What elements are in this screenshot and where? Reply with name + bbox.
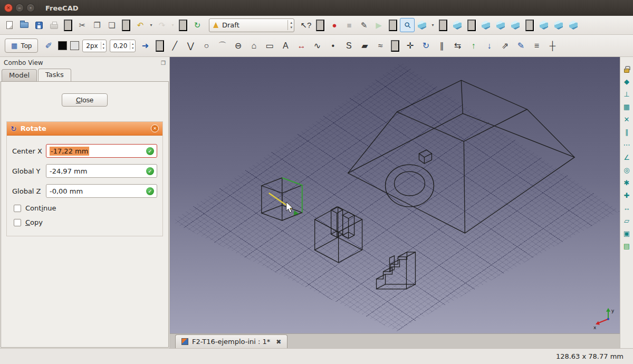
spin-up-icon: ▴ (290, 21, 292, 25)
global-z-input[interactable]: -0,00 mm ✓ (46, 184, 157, 198)
view-isometric-button[interactable] (450, 18, 465, 32)
tab-tasks[interactable]: Tasks (38, 69, 71, 81)
toolbar-separator (439, 20, 447, 31)
draw-style-button[interactable] (415, 18, 429, 32)
toggle-grid-button[interactable]: ▤ (621, 241, 632, 252)
spin-down-icon: ▾ (103, 46, 104, 50)
undo-button[interactable]: ↶ (133, 18, 148, 32)
float-panel-icon[interactable]: ❐ (161, 60, 166, 66)
toolbar-separator (389, 20, 397, 31)
snap-perpendicular-button[interactable]: ⊥ (621, 89, 632, 100)
paste-button[interactable]: ❏ (104, 18, 119, 32)
view-right-button[interactable] (508, 18, 523, 32)
snap-near-button[interactable]: ✚ (621, 190, 632, 201)
snap-center-button[interactable]: ◎ (621, 165, 632, 176)
draft-bspline-button[interactable]: ∿ (309, 38, 325, 53)
draft-apply-style-button[interactable]: ┼ (544, 38, 560, 53)
workbench-selector[interactable]: Draft ▴ ▾ (209, 18, 294, 32)
tab-model[interactable]: Model (2, 69, 37, 81)
save-button[interactable] (32, 18, 46, 32)
snap-grid-button[interactable]: ▦ (621, 101, 632, 112)
macro-play-button[interactable]: ▶ (371, 18, 386, 32)
document-tab[interactable]: F2-T16-ejemplo-ini : 1* ✖ (175, 334, 287, 348)
draft-arc-button[interactable]: ⌒ (214, 38, 230, 53)
construction-mode-button[interactable]: ✐ (41, 38, 56, 53)
snap-angle-button[interactable]: ∠ (621, 152, 632, 163)
macro-stop-button[interactable]: ■ (342, 18, 357, 32)
draw-style-dropdown[interactable]: ▾ (429, 18, 436, 32)
draft-trimex-button[interactable]: ⇆ (449, 38, 465, 53)
toolbar-separator (467, 20, 476, 31)
snap-extension-button[interactable]: ⋯ (621, 139, 632, 150)
undo-dropdown[interactable]: ▾ (148, 18, 155, 32)
snap-lock-button[interactable] (621, 63, 632, 74)
new-document-button[interactable] (2, 18, 17, 32)
draft-ellipse-button[interactable]: ⊖ (230, 38, 246, 53)
redo-dropdown[interactable]: ▾ (169, 18, 176, 32)
autogroup-button[interactable]: ➜ (137, 38, 153, 53)
view-rear-button[interactable] (536, 18, 551, 32)
draft-offset-button[interactable]: ∥ (434, 38, 449, 53)
print-button[interactable] (46, 18, 61, 32)
snap-intersection-button[interactable]: ✕ (621, 114, 632, 125)
checkbox-box[interactable] (14, 219, 21, 226)
draft-upgrade-button[interactable]: ↑ (465, 38, 481, 53)
face-color-swatch[interactable] (70, 41, 79, 50)
collapse-task-button[interactable]: ✕ (151, 124, 159, 132)
redo-button[interactable]: ↷ (155, 18, 169, 32)
macro-edit-button[interactable]: ✎ (357, 18, 371, 32)
draft-point-button[interactable]: • (325, 38, 341, 53)
scale-spinbox[interactable]: 0,20 ▴ ▾ (110, 40, 136, 52)
draft-shapestring-button[interactable]: S (341, 38, 357, 53)
3d-viewport[interactable]: y x (170, 57, 620, 333)
view-bottom-button[interactable] (551, 18, 566, 32)
draft-facebinder-button[interactable]: ▰ (357, 38, 372, 53)
minimize-window-button[interactable]: − (15, 4, 24, 12)
checkbox-box[interactable] (14, 205, 21, 212)
center-x-input[interactable]: -17,22 mm ✓ (46, 144, 157, 158)
zoom-region-button[interactable]: ⚲ (400, 18, 415, 32)
line-color-swatch[interactable] (58, 41, 67, 50)
copy-checkbox[interactable]: Copy (14, 218, 157, 226)
maximize-window-button[interactable]: ▫ (26, 4, 35, 12)
view-left-button[interactable] (566, 18, 581, 32)
workbench-spinner[interactable]: ▴ ▾ (287, 20, 292, 30)
draft-move-button[interactable]: ✛ (402, 38, 418, 53)
snap-endpoint-button[interactable]: ◆ (621, 76, 632, 87)
snap-parallel-button[interactable]: ∥ (621, 127, 632, 138)
draft-bezier-button[interactable]: ≈ (372, 38, 388, 53)
draft-edit-button[interactable]: ✎ (513, 38, 529, 53)
draft-dimension-button[interactable]: ↔ (293, 38, 309, 53)
view-front-button[interactable] (478, 18, 493, 32)
draft-polygon-button[interactable]: ⌂ (246, 38, 262, 53)
draft-wp-proxy-button[interactable]: ≡ (529, 38, 544, 53)
draft-rotate-button[interactable]: ↻ (418, 38, 434, 53)
copy-button[interactable]: ❐ (90, 18, 104, 32)
draft-scale-button[interactable]: ⇗ (497, 38, 513, 53)
global-y-input[interactable]: -24,97 mm ✓ (46, 164, 157, 178)
snap-ortho-button[interactable]: ↔ (621, 203, 632, 214)
cut-button[interactable]: ✂ (75, 18, 90, 32)
draft-text-button[interactable]: A (277, 38, 293, 53)
snap-special-button[interactable]: ✱ (621, 177, 632, 188)
refresh-button[interactable]: ↻ (190, 18, 205, 32)
tasks-panel: Close ↻ Rotate ✕ Center X -17,22 mm ✓ (1, 81, 169, 348)
draft-circle-button[interactable]: ○ (198, 38, 214, 53)
combo-view-panel: Combo View ❐ Model Tasks Close ↻ Rotate … (0, 57, 170, 348)
close-document-icon[interactable]: ✖ (276, 338, 281, 346)
close-task-button[interactable]: Close (62, 93, 108, 107)
draft-downgrade-button[interactable]: ↓ (481, 38, 497, 53)
draft-rectangle-button[interactable]: ▭ (262, 38, 277, 53)
line-width-spinbox[interactable]: 2px ▴ ▾ (82, 40, 106, 52)
close-window-button[interactable]: ✕ (4, 4, 13, 12)
snap-dimensions-button[interactable]: ▱ (621, 215, 632, 226)
macro-record-button[interactable]: ● (327, 18, 342, 32)
draft-line-button[interactable]: ╱ (167, 38, 183, 53)
draft-wire-button[interactable]: ⋁ (183, 38, 198, 53)
open-document-button[interactable] (17, 18, 32, 32)
working-plane-button[interactable]: ▦ Top (5, 39, 38, 53)
view-top-button[interactable] (493, 18, 508, 32)
snap-working-plane-button[interactable]: ▣ (621, 228, 632, 239)
continue-checkbox[interactable]: Continue (14, 204, 157, 212)
whats-this-button[interactable]: ↖? (299, 18, 313, 32)
